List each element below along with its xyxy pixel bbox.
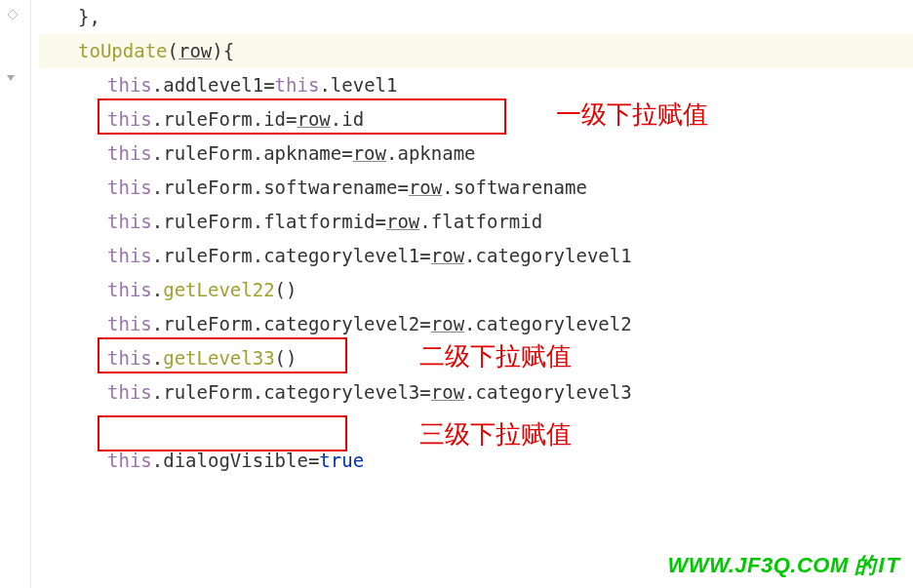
code-token: .ruleForm.categorylevel3= — [152, 381, 431, 403]
watermark: WWW.JF3Q.COM 的IT — [668, 551, 901, 580]
code-token: row — [386, 211, 419, 232]
code-token: .ruleForm.categorylevel2= — [152, 313, 431, 334]
code-token: .ruleForm.softwarename= — [152, 176, 409, 198]
code-token: .level1 — [319, 74, 397, 96]
code-line: this.ruleForm.softwarename=row.softwaren… — [39, 171, 913, 205]
code-token-keyword: this — [107, 450, 152, 471]
annotation-label-1: 一级下拉赋值 — [556, 98, 708, 132]
code-token-keyword: this — [107, 381, 152, 403]
code-token: row — [409, 176, 442, 198]
code-token: .ruleForm.flatformid= — [152, 211, 386, 232]
code-token: row — [431, 245, 464, 266]
code-token: . — [152, 347, 163, 369]
code-editor-content[interactable]: }, toUpdate(row){ this.addlevel1=this.le… — [39, 0, 913, 478]
code-token: . — [152, 279, 163, 300]
code-token: .id — [331, 108, 364, 130]
code-token-keyword: this — [107, 313, 152, 334]
editor-gutter — [0, 0, 31, 588]
code-token-keyword: this — [107, 279, 152, 300]
code-token: row — [431, 381, 464, 403]
code-token: .categorylevel2 — [464, 313, 632, 334]
code-token: }, — [78, 6, 100, 27]
code-line: }, — [39, 0, 913, 34]
code-token: () — [275, 279, 298, 300]
fold-collapse-icon[interactable] — [4, 68, 21, 82]
code-line: this.ruleForm.categorylevel2=row.categor… — [39, 307, 913, 341]
code-line: toUpdate(row){ — [39, 34, 913, 68]
code-token: ){ — [212, 40, 234, 61]
code-token-keyword: this — [107, 108, 152, 130]
watermark-suffix: 的IT — [854, 553, 901, 577]
code-token: .categorylevel3 — [464, 381, 632, 403]
code-token-keyword: this — [107, 347, 152, 369]
code-token-keyword: this — [107, 142, 152, 164]
code-token: row — [353, 142, 386, 164]
code-line: this.ruleForm.categorylevel3=row.categor… — [39, 375, 913, 410]
code-token: row — [297, 108, 330, 130]
code-token: .categorylevel1 — [464, 245, 632, 266]
watermark-url: WWW.JF3Q.COM — [668, 553, 849, 577]
code-line: this.ruleForm.categorylevel1=row.categor… — [39, 239, 913, 273]
code-token-function: getLevel33 — [163, 347, 274, 369]
code-token: .addlevel1= — [152, 74, 275, 96]
code-token-param: row — [179, 40, 212, 61]
annotation-label-2: 二级下拉赋值 — [419, 339, 572, 373]
code-token-function: getLevel22 — [163, 279, 274, 300]
svg-marker-0 — [8, 10, 18, 20]
code-token-function: toUpdate — [78, 40, 168, 61]
code-line: this.ruleForm.apkname=row.apkname — [39, 137, 913, 171]
code-line: this.ruleForm.flatformid=row.flatformid — [39, 205, 913, 239]
code-token: ( — [168, 40, 179, 61]
code-token: row — [431, 313, 464, 334]
code-token: .ruleForm.categorylevel1= — [152, 245, 431, 266]
code-token: .apkname — [386, 142, 476, 164]
code-token-boolean: true — [319, 450, 364, 471]
code-line: this.addlevel1=this.level1 — [39, 68, 913, 102]
gutter-marker-icon — [4, 8, 21, 21]
code-token: .softwarename — [442, 176, 587, 198]
annotation-label-3: 三级下拉赋值 — [419, 417, 572, 451]
code-token: .ruleForm.id= — [152, 108, 298, 130]
code-line: this.ruleForm.id=row.id — [39, 102, 913, 137]
code-token: .flatformid — [419, 211, 542, 232]
code-token: .ruleForm.apkname= — [152, 142, 353, 164]
code-token: .dialogVisible= — [152, 450, 320, 471]
code-token-keyword: this — [107, 211, 152, 232]
code-token-keyword: this — [107, 176, 152, 198]
code-token-keyword: this — [275, 74, 320, 96]
code-token-keyword: this — [107, 245, 152, 266]
code-line: this.getLevel22() — [39, 273, 913, 307]
code-token: () — [275, 347, 298, 369]
code-token-keyword: this — [107, 74, 152, 96]
